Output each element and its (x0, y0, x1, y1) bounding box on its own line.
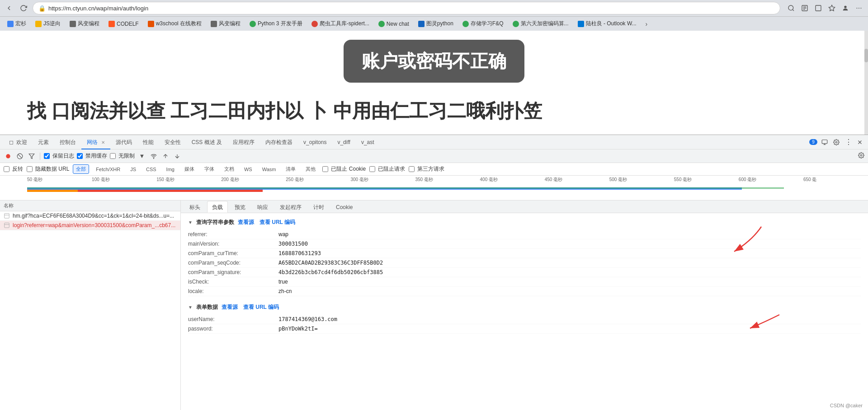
filter-js[interactable]: JS (127, 165, 139, 173)
bookmark-spider[interactable]: 爬虫工具库-spidert... (308, 19, 373, 29)
tab-welcome[interactable]: ◻ 欢迎 (4, 135, 33, 149)
filter-wasm[interactable]: Wasm (259, 165, 279, 173)
bookmark-more[interactable]: › (642, 19, 651, 29)
wifi-icon[interactable] (149, 152, 158, 161)
scrollbar-thumb[interactable] (864, 49, 868, 62)
tab-security[interactable]: 安全性 (159, 135, 186, 149)
network-main-panel: 名称 hm.gif?hca=ECF6F6E68A3004D9&cc=1&ck=1… (0, 200, 868, 410)
filter-css[interactable]: CSS (143, 165, 160, 173)
detail-panel: 标头 负载 预览 响应 发起程序 计时 Cookie (181, 200, 868, 410)
filter-toggle[interactable] (27, 152, 36, 161)
tab-performance[interactable]: 性能 (137, 135, 159, 149)
form-data-toggle[interactable]: ▼ (188, 305, 193, 310)
hide-data-url-checkbox[interactable]: 隐藏数据 URL (27, 165, 69, 173)
bookmark-label: New chat (387, 21, 409, 27)
detail-tab-response[interactable]: 响应 (252, 201, 273, 213)
detail-tab-cookie[interactable]: Cookie (331, 201, 358, 213)
param-mainversion-value: 300031500 (278, 241, 308, 247)
devtools-dock-button[interactable] (820, 138, 829, 147)
bookmark-codelf[interactable]: CODELF (105, 19, 142, 29)
tab-console[interactable]: 控制台 (54, 135, 81, 149)
throttle-checkbox[interactable]: 无限制 (110, 152, 135, 160)
param-username-value: 1787414369@163.com (278, 316, 337, 322)
favorite-button[interactable] (826, 3, 837, 14)
network-settings[interactable] (858, 152, 864, 160)
tab-button[interactable] (813, 3, 824, 14)
bookmark-w3school[interactable]: w3school 在线教程 (144, 19, 205, 29)
filter-all[interactable]: 全部 (73, 164, 89, 174)
devtools-vertical-dots[interactable]: ⋮ (844, 138, 853, 147)
tab-v-ast[interactable]: v_ast (356, 135, 380, 149)
bookmark-python3[interactable]: Python 3 开发手册 (246, 19, 306, 29)
filter-img[interactable]: Img (163, 165, 178, 173)
form-view-source-link[interactable]: 查看源 (222, 303, 238, 311)
reader-mode-button[interactable] (799, 3, 810, 14)
file-item-gif-name: hm.gif?hca=ECF6F6E68A3004D9&cc=1&ck=1&cl… (13, 213, 177, 219)
bookmark-jsreverse[interactable]: JS逆向 (32, 19, 64, 29)
throttle-dropdown[interactable]: ▼ (137, 152, 146, 161)
param-curtime: comParam_curTime: 1688870631293 (188, 249, 861, 258)
bookmark-sixth[interactable]: 第六天加密编码算... (509, 19, 572, 29)
clear-button[interactable] (15, 152, 24, 161)
bookmark-label: 宏杉 (15, 20, 26, 28)
bookmark-tuling[interactable]: 图灵python (415, 19, 457, 29)
tab-close-icon[interactable]: ✕ (101, 140, 105, 145)
filter-fetch-xhr[interactable]: Fetch/XHR (93, 165, 123, 173)
filter-media[interactable]: 媒体 (181, 164, 198, 174)
devtools-tabs-bar: ◻ 欢迎 元素 控制台 网络 ✕ 源代码 性能 安全性 CSS 概述 及 应用程… (0, 135, 868, 149)
download-icon[interactable] (173, 152, 182, 161)
tab-network[interactable]: 网络 ✕ (81, 135, 110, 149)
bookmark-cunchu[interactable]: 存储学习F&Q (459, 19, 507, 29)
tab-memory-inspector[interactable]: 内存检查器 (260, 135, 298, 149)
upload-icon[interactable] (161, 152, 170, 161)
search-button[interactable] (786, 3, 797, 14)
bookmark-label: 第六天加密编码算... (521, 20, 569, 28)
tab-css-overview[interactable]: CSS 概述 及 (186, 135, 227, 149)
block-cookie-checkbox[interactable]: 已阻止 Cookie (322, 165, 366, 173)
file-icon (4, 213, 10, 219)
tab-v-diff[interactable]: v_diff (332, 135, 355, 149)
refresh-button[interactable] (18, 3, 29, 14)
record-button[interactable] (4, 152, 13, 161)
query-string-toggle[interactable]: ▼ (188, 220, 193, 225)
bookmark-outlook[interactable]: 陆柱良 - Outlook W... (574, 19, 640, 29)
file-item-gif[interactable]: hm.gif?hca=ECF6F6E68A3004D9&cc=1&ck=1&cl… (0, 211, 180, 221)
tab-v-options[interactable]: v_opitons (298, 135, 332, 149)
detail-tab-timing[interactable]: 计时 (308, 201, 329, 213)
bookmark-hongshan[interactable]: 宏杉 (4, 19, 30, 29)
view-url-encoded-link[interactable]: 查看 URL 编码 (259, 219, 295, 226)
bookmark-label: 风变编程 (78, 20, 99, 28)
bookmark-icon (513, 21, 519, 27)
address-bar[interactable]: 🔒 https://m.ctyun.cn/wap/main/auth/login (33, 2, 780, 14)
bookmark-newchat[interactable]: New chat (375, 19, 413, 29)
filter-manifest[interactable]: 清单 (283, 164, 299, 174)
view-source-link[interactable]: 查看源 (238, 219, 254, 226)
scrollbar[interactable] (864, 31, 868, 135)
detail-tab-initiator[interactable]: 发起程序 (275, 201, 307, 213)
user-icon[interactable] (840, 3, 851, 14)
tab-sources[interactable]: 源代码 (110, 135, 137, 149)
form-view-url-encoded-link[interactable]: 查看 URL 编码 (243, 303, 279, 311)
detail-tab-preview[interactable]: 预览 (230, 201, 250, 213)
filter-ws[interactable]: WS (241, 165, 255, 173)
more-button[interactable]: ··· (854, 3, 864, 14)
invert-checkbox[interactable]: 反转 (4, 165, 23, 173)
bookmark-fengcheng1[interactable]: 风变编程 (66, 19, 103, 29)
filter-other[interactable]: 其他 (302, 164, 319, 174)
detail-tab-payload[interactable]: 负载 (207, 201, 228, 213)
file-item-login[interactable]: login?referrer=wap&mainVersion=300031500… (0, 221, 180, 230)
detail-tab-headers[interactable]: 标头 (184, 201, 205, 213)
block-request-checkbox[interactable]: 已阻止请求 (369, 165, 405, 173)
filter-doc[interactable]: 文档 (221, 164, 237, 174)
disable-cache-checkbox[interactable]: 禁用缓存 (77, 152, 107, 160)
tab-elements[interactable]: 元素 (33, 135, 54, 149)
third-party-checkbox[interactable]: 第三方请求 (409, 165, 444, 173)
back-button[interactable] (4, 3, 14, 14)
filter-font[interactable]: 字体 (201, 164, 217, 174)
bookmark-fengbian[interactable]: 风变编程 (207, 19, 244, 29)
tab-application[interactable]: 应用程序 (227, 135, 260, 149)
devtools-close-button[interactable] (855, 138, 864, 147)
preserve-log-checkbox[interactable]: 保留日志 (44, 152, 74, 160)
block-request-label: 已阻止请求 (378, 165, 405, 173)
devtools-settings-button[interactable] (832, 138, 841, 147)
